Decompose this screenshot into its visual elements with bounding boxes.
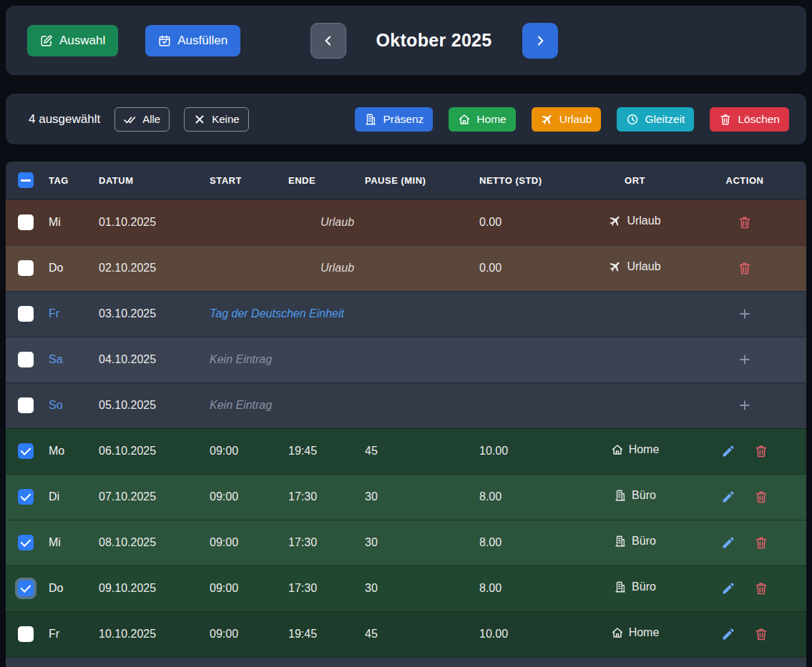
delete-row-button[interactable] xyxy=(751,624,771,644)
ende-cell: 17:30 xyxy=(281,520,358,565)
date-cell: 06.10.2025 xyxy=(92,428,202,474)
home-label: Home xyxy=(476,113,506,126)
table-row[interactable]: Mi 01.10.2025 Urlaub 0.00 Urlaub xyxy=(6,199,806,245)
col-header-netto: NETTO (STD) xyxy=(472,162,587,199)
auswahl-label: Auswahl xyxy=(59,34,105,48)
edit-row-button[interactable] xyxy=(718,487,738,507)
auswahl-button[interactable]: Auswahl xyxy=(27,25,118,56)
action-cell xyxy=(683,428,806,474)
select-all-checkbox[interactable] xyxy=(18,172,34,188)
col-header-datum: DATUM xyxy=(92,162,202,199)
pause-cell: 30 xyxy=(358,474,472,520)
select-all-button[interactable]: Alle xyxy=(114,107,170,132)
entries-table-wrapper: TAG DATUM START ENDE PAUSE (MIN) NETTO (… xyxy=(6,162,806,667)
ende-cell: 19:45 xyxy=(281,611,358,657)
table-row[interactable]: Sa 04.10.2025 Kein Eintrag xyxy=(6,337,806,382)
home-icon xyxy=(458,113,471,126)
table-row[interactable]: Mi 08.10.2025 09:00 17:30 30 8.00 Büro xyxy=(6,520,806,565)
table-row[interactable]: Do 09.10.2025 09:00 17:30 30 8.00 Büro xyxy=(6,565,806,611)
day-cell: Di xyxy=(41,474,92,520)
pencil-icon xyxy=(721,581,735,596)
delete-row-button[interactable] xyxy=(751,533,771,553)
prev-month-button[interactable] xyxy=(310,23,346,59)
table-row[interactable]: Mo 06.10.2025 09:00 19:45 45 10.00 Home xyxy=(6,428,806,474)
day-cell: Mi xyxy=(41,199,92,245)
time-tracking-page: Auswahl Ausfüllen Oktober 2025 4 ausgewä… xyxy=(0,0,812,667)
building-icon xyxy=(614,535,627,548)
entries-table: TAG DATUM START ENDE PAUSE (MIN) NETTO (… xyxy=(6,162,806,657)
select-none-button[interactable]: Keine xyxy=(184,107,248,132)
row-checkbox[interactable] xyxy=(18,260,34,276)
date-cell: 09.10.2025 xyxy=(92,565,202,611)
netto-cell: 10.00 xyxy=(472,611,587,657)
start-cell: 09:00 xyxy=(202,565,281,611)
start-cell: 09:00 xyxy=(202,520,281,565)
selection-bar: 4 ausgewählt Alle Keine Präsenz Home Url… xyxy=(6,94,806,144)
edit-row-button[interactable] xyxy=(718,441,738,461)
delete-row-button[interactable] xyxy=(751,487,771,507)
note-cell: Kein Eintrag xyxy=(202,337,472,382)
row-checkbox[interactable] xyxy=(18,352,34,367)
edit-row-button[interactable] xyxy=(718,578,738,598)
praesenz-button[interactable]: Präsenz xyxy=(355,107,433,132)
ausfuellen-button[interactable]: Ausfüllen xyxy=(145,25,240,56)
table-row[interactable]: Di 07.10.2025 09:00 17:30 30 8.00 Büro xyxy=(6,474,806,520)
selected-count-label: 4 ausgewählt xyxy=(29,112,100,127)
trash-icon xyxy=(719,113,732,126)
chevron-right-icon xyxy=(533,34,547,48)
table-row[interactable]: Fr 03.10.2025 Tag der Deutschen Einheit xyxy=(6,291,806,337)
note-cell: Urlaub xyxy=(202,199,472,245)
table-row[interactable]: Fr 10.10.2025 09:00 19:45 45 10.00 Home xyxy=(6,611,806,657)
plus-icon xyxy=(738,398,752,412)
month-navigation: Oktober 2025 xyxy=(310,23,557,59)
plus-icon xyxy=(738,307,752,321)
edit-row-button[interactable] xyxy=(718,533,738,553)
note-cell: Urlaub xyxy=(202,245,472,291)
building-icon xyxy=(614,580,627,593)
date-cell: 05.10.2025 xyxy=(92,382,202,428)
home-button[interactable]: Home xyxy=(449,107,515,132)
next-month-button[interactable] xyxy=(522,23,558,59)
netto-cell xyxy=(472,382,587,428)
urlaub-button[interactable]: Urlaub xyxy=(532,107,602,132)
delete-row-button[interactable] xyxy=(735,212,755,232)
action-cell xyxy=(683,611,806,657)
row-checkbox[interactable] xyxy=(18,535,34,550)
action-cell xyxy=(683,474,806,520)
plane-icon xyxy=(607,212,625,229)
netto-cell: 0.00 xyxy=(472,245,587,291)
row-checkbox[interactable] xyxy=(18,580,34,596)
gleitzeit-button[interactable]: Gleitzeit xyxy=(617,107,694,132)
plane-icon xyxy=(607,257,625,275)
delete-row-button[interactable] xyxy=(735,258,755,278)
row-checkbox[interactable] xyxy=(18,214,34,230)
ort-cell: Home xyxy=(587,611,683,657)
row-checkbox[interactable] xyxy=(18,489,34,505)
date-cell: 07.10.2025 xyxy=(92,474,202,520)
netto-cell: 8.00 xyxy=(472,474,587,520)
delete-row-button[interactable] xyxy=(751,441,771,461)
col-header-action: ACTION xyxy=(683,162,806,199)
note-cell: Kein Eintrag xyxy=(202,382,472,428)
calendar-check-icon xyxy=(158,34,171,47)
row-checkbox[interactable] xyxy=(18,397,34,413)
day-cell: Fr xyxy=(41,291,92,337)
add-entry-button[interactable] xyxy=(735,395,755,415)
ort-cell: Büro xyxy=(587,520,683,565)
ausfuellen-label: Ausfüllen xyxy=(177,34,228,48)
action-cell xyxy=(683,199,806,245)
row-checkbox[interactable] xyxy=(18,443,34,459)
table-row[interactable]: Do 02.10.2025 Urlaub 0.00 Urlaub xyxy=(6,245,806,291)
row-checkbox[interactable] xyxy=(18,306,34,322)
add-entry-button[interactable] xyxy=(735,304,755,324)
delete-row-button[interactable] xyxy=(751,578,771,598)
add-entry-button[interactable] xyxy=(735,350,755,370)
loeschen-button[interactable]: Löschen xyxy=(710,107,789,132)
row-checkbox[interactable] xyxy=(18,626,34,642)
home-icon xyxy=(611,626,624,639)
table-row[interactable]: So 05.10.2025 Kein Eintrag xyxy=(6,382,806,428)
praesenz-label: Präsenz xyxy=(383,113,424,126)
edit-row-button[interactable] xyxy=(718,624,738,644)
day-cell: Mi xyxy=(41,520,92,565)
netto-cell: 8.00 xyxy=(472,565,587,611)
